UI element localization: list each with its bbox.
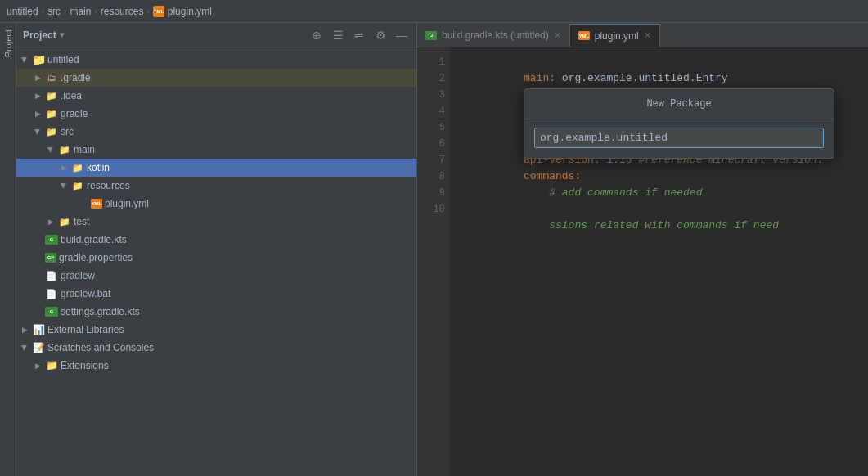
sidebar-tree: ▶ 📁 untitled ▶ 🗂 .gradle ▶ 📁 .idea ▶ 📁 g… bbox=[16, 47, 416, 476]
arrow-external-libraries: ▶ bbox=[20, 325, 29, 335]
extensions-icon: 📁 bbox=[45, 359, 58, 372]
breadcrumb-file[interactable]: plugin.yml bbox=[168, 6, 212, 17]
yaml-key-main: main: bbox=[524, 72, 555, 84]
tree-label-gradle: .gradle bbox=[61, 72, 91, 83]
arrow-resources: ▶ bbox=[59, 181, 69, 191]
settings-button[interactable]: ⚙ bbox=[372, 27, 389, 43]
sidebar-title[interactable]: Project ▾ bbox=[23, 29, 64, 41]
tree-label-src: src bbox=[61, 126, 74, 137]
src-folder-icon: 📁 bbox=[45, 125, 58, 138]
tree-label-scratches: Scratches and Consoles bbox=[47, 342, 154, 353]
tree-label-test: test bbox=[74, 216, 89, 227]
tree-item-gradle[interactable]: ▶ 📁 gradle bbox=[16, 105, 416, 123]
tree-item-gradle-props[interactable]: ▶ GP gradle.properties bbox=[16, 249, 416, 267]
line-num-3: 3 bbox=[417, 87, 445, 103]
minimize-button[interactable]: — bbox=[394, 27, 410, 43]
yaml-val-main: org.example.untitled.Entry bbox=[555, 72, 728, 84]
line-numbers: 1 2 3 4 5 6 7 8 9 10 bbox=[417, 47, 450, 476]
tree-label-untitled: untitled bbox=[47, 54, 79, 65]
line-num-4: 4 bbox=[417, 103, 445, 119]
tree-item-settings-gradle[interactable]: ▶ G settings.gradle.kts bbox=[16, 303, 416, 321]
dialog-title: New Package bbox=[524, 89, 834, 119]
new-package-dialog: New Package bbox=[524, 88, 834, 159]
line-num-7: 7 bbox=[417, 152, 445, 168]
tree-item-gradle-hidden[interactable]: ▶ 🗂 .gradle bbox=[16, 69, 416, 87]
tree-label-gradlew-bat: gradlew.bat bbox=[61, 288, 110, 299]
breadcrumb-untitled[interactable]: untitled bbox=[7, 6, 38, 17]
tree-item-kotlin[interactable]: ▶ 📁 kotlin bbox=[16, 159, 416, 177]
plugin-yml-icon: YML bbox=[91, 199, 102, 209]
editor-area: G build.gradle.kts (untitled) ✕ YML plug… bbox=[417, 23, 868, 476]
tree-label-idea: .idea bbox=[61, 90, 82, 101]
breadcrumb-main[interactable]: main bbox=[70, 6, 91, 17]
tree-item-external-libraries[interactable]: ▶ 📊 External Libraries bbox=[16, 321, 416, 339]
breadcrumb-src[interactable]: src bbox=[47, 6, 61, 17]
tree-item-untitled[interactable]: ▶ 📁 untitled bbox=[16, 51, 416, 69]
vertical-project-tab[interactable]: Project bbox=[0, 23, 16, 476]
tree-item-extensions[interactable]: ▶ 📁 Extensions bbox=[16, 357, 416, 375]
tree-item-scratches[interactable]: ▶ 📝 Scratches and Consoles bbox=[16, 339, 416, 357]
tree-item-idea[interactable]: ▶ 📁 .idea bbox=[16, 87, 416, 105]
line-num-10: 10 bbox=[417, 201, 445, 218]
expand-button[interactable]: ⇌ bbox=[351, 27, 367, 43]
tab-yml-label: plugin.yml bbox=[595, 30, 639, 42]
yaml-key-commands: commands: bbox=[524, 170, 581, 182]
tree-item-gradlew-bat[interactable]: ▶ 📄 gradlew.bat bbox=[16, 285, 416, 303]
tree-label-build-gradle: build.gradle.kts bbox=[61, 234, 127, 245]
arrow-scratches: ▶ bbox=[20, 343, 29, 353]
arrow-gradle: ▶ bbox=[33, 73, 43, 83]
breadcrumb-bar: untitled › src › main › resources › YML … bbox=[0, 0, 868, 23]
breadcrumb-sep-3: › bbox=[94, 7, 97, 16]
tree-item-plugin-yml[interactable]: ▶ YML plugin.yml bbox=[16, 195, 416, 213]
tree-label-main: main bbox=[74, 144, 95, 155]
tree-label-gradle-props: gradle.properties bbox=[59, 252, 133, 263]
tree-label-external-libraries: External Libraries bbox=[47, 324, 124, 335]
collapse-all-button[interactable]: ☰ bbox=[330, 27, 346, 43]
tab-build-label: build.gradle.kts (untitled) bbox=[442, 29, 549, 41]
project-icon: 📁 bbox=[32, 53, 45, 66]
breadcrumb-resources[interactable]: resources bbox=[101, 6, 144, 17]
dialog-body bbox=[524, 119, 834, 158]
arrow-test: ▶ bbox=[46, 217, 56, 227]
tab-build-icon: G bbox=[425, 31, 437, 40]
resources-folder-icon: 📁 bbox=[71, 179, 84, 192]
breadcrumb-sep-1: › bbox=[42, 7, 44, 16]
tree-item-src[interactable]: ▶ 📁 src bbox=[16, 123, 416, 141]
tree-item-build-gradle[interactable]: ▶ G build.gradle.kts bbox=[16, 231, 416, 249]
scratches-icon: 📝 bbox=[32, 341, 45, 354]
tab-build-close[interactable]: ✕ bbox=[554, 30, 561, 41]
gradle2-folder-icon: 📁 bbox=[45, 107, 58, 120]
kotlin-folder-icon: 📁 bbox=[71, 161, 84, 174]
tab-build-gradle[interactable]: G build.gradle.kts (untitled) ✕ bbox=[417, 24, 570, 47]
line-num-9: 9 bbox=[417, 185, 445, 201]
test-folder-icon: 📁 bbox=[58, 215, 71, 228]
yaml-breadcrumb-icon: YML bbox=[153, 6, 164, 17]
main-layout: Project Project ▾ ⊕ ☰ ⇌ ⚙ — ▶ 📁 untitled bbox=[0, 23, 868, 476]
gradle-props-icon: GP bbox=[45, 253, 56, 263]
tree-item-resources[interactable]: ▶ 📁 resources bbox=[16, 177, 416, 195]
tab-yml-close[interactable]: ✕ bbox=[644, 30, 651, 41]
tree-label-resources: resources bbox=[87, 180, 130, 191]
gradlew-icon: 📄 bbox=[45, 269, 58, 282]
arrow-main: ▶ bbox=[46, 145, 56, 155]
vertical-tab-label: Project bbox=[3, 29, 13, 57]
tree-label-kotlin: kotlin bbox=[87, 162, 110, 173]
tree-label-gradle2: gradle bbox=[61, 108, 88, 119]
new-package-input[interactable] bbox=[534, 128, 824, 148]
sidebar: Project ▾ ⊕ ☰ ⇌ ⚙ — ▶ 📁 untitled ▶ 🗂 bbox=[16, 23, 417, 476]
add-button[interactable]: ⊕ bbox=[308, 27, 325, 43]
sidebar-title-text: Project bbox=[23, 29, 56, 41]
tree-item-gradlew[interactable]: ▶ 📄 gradlew bbox=[16, 267, 416, 285]
arrow-kotlin: ▶ bbox=[59, 163, 69, 173]
external-libraries-icon: 📊 bbox=[32, 323, 45, 336]
gradlew-bat-icon: 📄 bbox=[45, 287, 58, 300]
tree-item-main[interactable]: ▶ 📁 main bbox=[16, 141, 416, 159]
arrow-src: ▶ bbox=[33, 127, 43, 137]
yaml-comment-sessions: ssions related with commands if need bbox=[524, 219, 779, 231]
build-gradle-icon: G bbox=[45, 235, 58, 245]
line-num-5: 5 bbox=[417, 119, 445, 136]
sidebar-title-chevron: ▾ bbox=[60, 30, 64, 39]
line-num-6: 6 bbox=[417, 136, 445, 152]
tab-plugin-yml[interactable]: YML plugin.yml ✕ bbox=[570, 24, 660, 47]
tree-item-test[interactable]: ▶ 📁 test bbox=[16, 213, 416, 231]
